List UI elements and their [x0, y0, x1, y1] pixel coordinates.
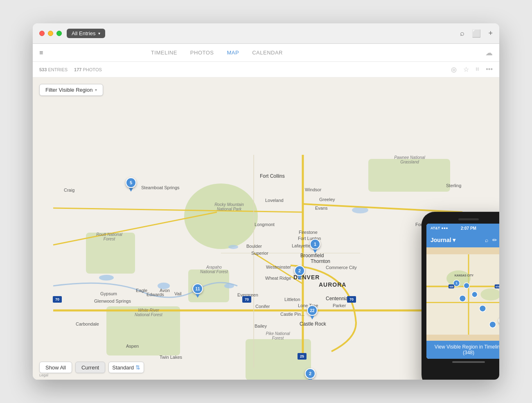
more-options-icon[interactable]: ••• [486, 66, 493, 73]
map-pin-colorado-springs[interactable]: 2 [305, 368, 316, 380]
phone-edit-icon[interactable]: ✏ [492, 237, 497, 243]
add-icon[interactable]: + [488, 29, 493, 38]
hamburger-icon[interactable]: ≡ [39, 49, 43, 57]
map-bottom-controls: Show All Current Standard ⇅ [39, 362, 144, 373]
svg-text:KANSAS CITY: KANSAS CITY [455, 274, 474, 277]
svg-text:1: 1 [456, 282, 458, 285]
cloud-icon: ☁ [485, 48, 493, 57]
svg-point-33 [489, 321, 496, 328]
svg-text:470: 470 [496, 285, 499, 288]
select-arrows-icon: ⇅ [135, 364, 140, 371]
tab-calendar[interactable]: CALENDAR [252, 50, 283, 56]
phone-speaker [458, 218, 479, 220]
phone-app-bar: Journal ▾ ⌕ ✏ ⚙ [426, 233, 499, 247]
title-bar-right: ⌕ ⬜ + [460, 29, 493, 38]
all-entries-button[interactable]: All Entries ▾ [67, 29, 105, 38]
map-container[interactable]: Filter Visible Region ▾ Fort Collins Win… [33, 77, 499, 380]
phone-signal: ●●● [441, 226, 448, 230]
current-button[interactable]: Current [75, 362, 105, 373]
map-pin-broomfield[interactable]: 1 [310, 239, 320, 253]
star-filter-icon[interactable]: ☆ [463, 66, 469, 73]
tab-map[interactable]: MAP [227, 50, 239, 56]
chevron-down-icon: ▾ [98, 31, 100, 36]
stats-bar: 533 ENTRIES 177 PHOTOS ◎ ☆ ⌗ ••• [33, 62, 499, 77]
filter-visible-region-button[interactable]: Filter Visible Region ▾ [39, 84, 103, 96]
i70-shield-west: 70 [53, 296, 62, 303]
search-icon[interactable]: ⌕ [460, 29, 464, 38]
tag-filter-icon[interactable]: ⌗ [476, 66, 479, 73]
sidebar-icon[interactable]: ⬜ [472, 29, 481, 38]
phone-body: AT&T ●●● 2:07 PM ▮▮▮ Journal ▾ [422, 212, 499, 380]
filter-chevron-icon: ▾ [95, 88, 97, 92]
i70-shield-east: 70 [347, 296, 356, 303]
svg-rect-6 [368, 159, 450, 192]
map-pin-steamboat[interactable]: 5 [126, 177, 136, 192]
svg-point-30 [472, 292, 478, 297]
phone-mockup: AT&T ●●● 2:07 PM ▮▮▮ Journal ▾ [422, 212, 499, 380]
legal-text: Legal [39, 373, 48, 377]
map-pin-denver[interactable]: 2 [294, 265, 305, 280]
phone-search-icon[interactable]: ⌕ [485, 237, 488, 243]
phone-app-icons: ⌕ ✏ ⚙ [485, 237, 499, 243]
svg-rect-2 [86, 233, 135, 274]
maximize-button[interactable] [56, 31, 62, 36]
location-filter-icon[interactable]: ◎ [451, 66, 457, 73]
all-entries-label: All Entries [72, 30, 96, 36]
svg-point-7 [158, 283, 170, 289]
map-pin-vail[interactable]: 11 [192, 283, 203, 298]
minimize-button[interactable] [48, 31, 53, 36]
nav-tabs: TIMELINE PHOTOS MAP CALENDAR [151, 50, 283, 56]
svg-point-9 [99, 275, 114, 281]
tab-photos[interactable]: PHOTOS [190, 50, 214, 56]
traffic-lights [39, 31, 62, 36]
svg-point-31 [459, 295, 466, 302]
show-all-button[interactable]: Show All [39, 362, 72, 373]
phone-app-title: Journal ▾ [431, 237, 455, 243]
phone-view-button[interactable]: View Visible Region in Timeline (348) [426, 341, 499, 359]
close-button[interactable] [39, 31, 45, 36]
svg-point-29 [464, 283, 469, 289]
filter-label: Filter Visible Region [45, 87, 92, 93]
svg-point-32 [479, 305, 486, 312]
phone-home-indicator[interactable] [452, 361, 485, 363]
phone-carrier: AT&T [431, 226, 440, 230]
phone-status-bar: AT&T ●●● 2:07 PM ▮▮▮ [426, 224, 499, 233]
photos-stat: 177 PHOTOS [74, 67, 102, 72]
map-pin-centennial[interactable]: 22 [307, 305, 318, 319]
phone-map-area: KANSAS CITY 1 4 [426, 247, 499, 342]
phone-screen: AT&T ●●● 2:07 PM ▮▮▮ Journal ▾ [426, 224, 499, 359]
svg-text:435: 435 [449, 285, 454, 288]
nav-bar: ≡ TIMELINE PHOTOS MAP CALENDAR ☁ [33, 44, 499, 62]
map-background: Filter Visible Region ▾ Fort Collins Win… [33, 77, 499, 380]
tab-timeline[interactable]: TIMELINE [151, 50, 177, 56]
entries-stat: 533 ENTRIES [39, 67, 68, 72]
app-window: All Entries ▾ ⌕ ⬜ + ≡ TIMELINE PHOTOS MA… [33, 23, 499, 380]
stats-bar-right: ◎ ☆ ⌗ ••• [451, 66, 493, 73]
title-bar: All Entries ▾ ⌕ ⬜ + [33, 23, 499, 44]
svg-point-11 [228, 245, 238, 249]
standard-select[interactable]: Standard ⇅ [108, 362, 144, 373]
phone-time: 2:07 PM [461, 226, 476, 231]
i25-shield: 25 [298, 353, 307, 360]
i70-shield-center: 70 [242, 296, 251, 303]
svg-rect-4 [106, 306, 180, 355]
